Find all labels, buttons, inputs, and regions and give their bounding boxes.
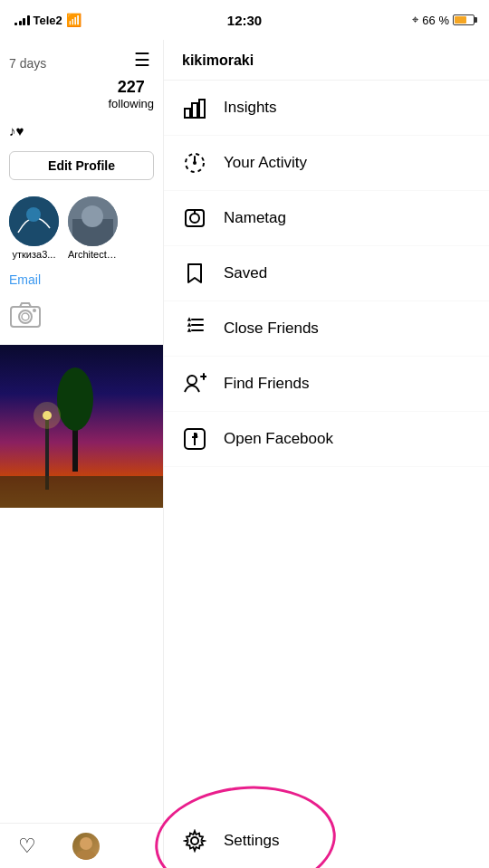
story-item[interactable]: Architectur... <box>68 196 118 260</box>
story-label-2: Architectur... <box>68 249 118 260</box>
svg-marker-26 <box>188 324 190 326</box>
username-heart: ♪♥ <box>0 118 163 144</box>
svg-point-16 <box>80 837 92 850</box>
battery-icon <box>453 14 475 25</box>
bar-chart-icon <box>182 95 207 120</box>
nametag-icon <box>182 205 207 231</box>
profile-photo <box>0 345 163 508</box>
email-link[interactable]: Email <box>0 269 163 291</box>
settings-area: Settings <box>164 814 489 868</box>
signal-icon <box>14 14 30 25</box>
svg-point-31 <box>187 376 197 385</box>
find-friends-icon <box>182 371 207 396</box>
bookmark-icon <box>182 261 207 286</box>
settings-label: Settings <box>224 832 279 850</box>
menu-item-find-friends[interactable]: Find Friends <box>164 357 489 412</box>
status-bar: Tele2 📶 12:30 ⌖ 66 % <box>0 0 489 40</box>
svg-point-7 <box>22 313 29 320</box>
open-facebook-label: Open Facebook <box>224 430 333 448</box>
nametag-label: Nametag <box>224 209 286 227</box>
close-friends-icon <box>182 316 207 341</box>
svg-point-22 <box>193 161 197 165</box>
location-icon: ⌖ <box>412 13 418 27</box>
find-friends-label: Find Friends <box>224 375 309 393</box>
story-circle-2 <box>68 196 118 246</box>
profile-stats: 227 following <box>0 78 163 110</box>
svg-rect-18 <box>185 109 190 118</box>
activity-icon <box>182 150 207 176</box>
menu-item-insights[interactable]: Insights <box>164 81 489 136</box>
status-left: Tele2 📶 <box>14 13 82 27</box>
svg-point-8 <box>33 309 36 312</box>
svg-point-4 <box>82 205 103 227</box>
menu-spacer <box>164 467 489 814</box>
saved-label: Saved <box>224 264 267 282</box>
story-item[interactable]: уткиза3... <box>9 196 59 260</box>
facebook-icon <box>182 426 207 452</box>
menu-item-close-friends[interactable]: Close Friends <box>164 301 489 357</box>
menu-item-nametag[interactable]: Nametag <box>164 191 489 246</box>
menu-item-open-facebook[interactable]: Open Facebook <box>164 412 489 467</box>
left-panel: ☰ 7 days 227 following ♪♥ Edit Profile <box>0 40 163 868</box>
status-time: 12:30 <box>227 13 262 28</box>
following-label: following <box>108 97 154 110</box>
svg-point-14 <box>34 402 61 429</box>
svg-rect-20 <box>199 100 205 118</box>
settings-gear-icon <box>182 828 207 854</box>
svg-point-17 <box>76 850 96 860</box>
heart-nav-icon[interactable]: ♡ <box>18 835 36 858</box>
status-right: ⌖ 66 % <box>412 13 475 27</box>
svg-point-11 <box>57 367 93 431</box>
edit-profile-button[interactable]: Edit Profile <box>9 151 154 180</box>
main-container: ☰ 7 days 227 following ♪♥ Edit Profile <box>0 40 489 868</box>
hamburger-button[interactable]: ☰ <box>134 49 150 71</box>
svg-point-1 <box>26 207 41 222</box>
menu-header: kikimoraki <box>164 40 489 81</box>
story-label-1: уткиза3... <box>9 249 59 260</box>
heart-symbol: ♥ <box>16 123 24 138</box>
avatar-nav[interactable] <box>72 833 100 860</box>
svg-point-6 <box>19 310 32 323</box>
menu-username: kikimoraki <box>182 52 471 69</box>
wifi-icon: 📶 <box>66 13 82 27</box>
following-stat[interactable]: 227 following <box>108 78 154 110</box>
following-count: 227 <box>108 78 154 97</box>
right-panel: kikimoraki Insights Your Activi <box>163 40 489 868</box>
camera-icon <box>0 291 163 341</box>
your-activity-label: Your Activity <box>224 154 307 172</box>
svg-marker-25 <box>188 319 190 320</box>
story-items: уткиза3... Architectur... <box>0 187 163 269</box>
menu-item-settings[interactable]: Settings <box>182 828 471 854</box>
carrier-label: Tele2 <box>34 14 62 27</box>
battery-percent: 66 % <box>422 14 449 27</box>
menu-item-saved[interactable]: Saved <box>164 246 489 301</box>
svg-point-24 <box>190 214 199 223</box>
svg-point-35 <box>191 837 198 844</box>
svg-rect-15 <box>0 476 163 508</box>
svg-rect-19 <box>192 103 197 118</box>
menu-item-your-activity[interactable]: Your Activity <box>164 136 489 191</box>
bottom-nav-left: ♡ <box>0 823 163 868</box>
story-circle-1 <box>9 196 59 246</box>
svg-marker-27 <box>188 329 190 331</box>
close-friends-label: Close Friends <box>224 320 319 338</box>
insights-label: Insights <box>224 99 277 117</box>
